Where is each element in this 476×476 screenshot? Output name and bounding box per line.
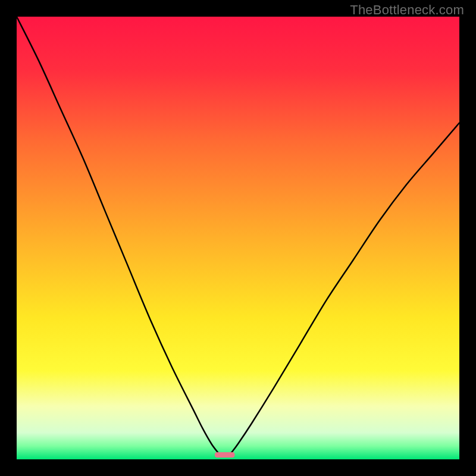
watermark-text: TheBottleneck.com <box>350 2 464 18</box>
bottleneck-chart <box>0 0 476 476</box>
optimum-marker <box>215 452 234 458</box>
plot-background <box>17 17 459 459</box>
chart-frame: TheBottleneck.com <box>0 0 476 476</box>
